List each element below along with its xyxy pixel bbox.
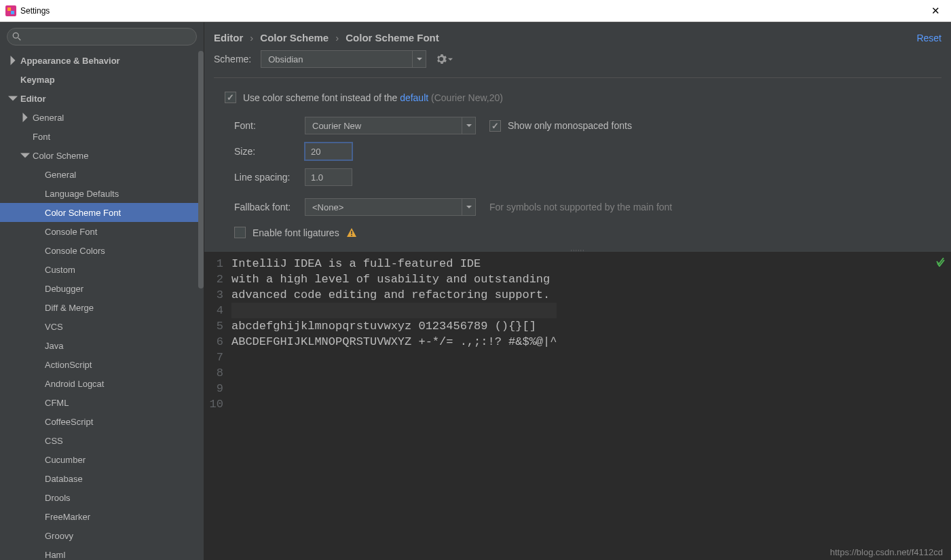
tree-item[interactable]: Drools bbox=[0, 488, 204, 507]
tree-item[interactable]: Diff & Merge bbox=[0, 298, 204, 317]
font-combo[interactable]: Courier New bbox=[305, 117, 476, 134]
chevron-down-icon[interactable] bbox=[462, 117, 475, 134]
scheme-combo[interactable]: Obsidian bbox=[261, 50, 426, 68]
tree-item-label: Keymap bbox=[20, 75, 55, 85]
tree-item[interactable]: Font bbox=[0, 127, 204, 146]
tree-item[interactable]: Custom bbox=[0, 260, 204, 279]
scheme-label: Scheme: bbox=[214, 54, 251, 64]
tree-item-label: Editor bbox=[20, 94, 46, 104]
chevron-down-icon[interactable] bbox=[412, 51, 426, 67]
breadcrumb-color-scheme[interactable]: Color Scheme bbox=[260, 32, 329, 43]
tree-item[interactable]: General bbox=[0, 108, 204, 127]
monospaced-label: Show only monospaced fonts bbox=[508, 120, 632, 131]
tree-item[interactable]: CoffeeScript bbox=[0, 412, 204, 431]
size-label: Size: bbox=[225, 146, 305, 157]
sidebar: Appearance & BehaviorKeymapEditorGeneral… bbox=[0, 22, 204, 560]
font-label: Font: bbox=[225, 120, 305, 131]
svg-rect-1 bbox=[7, 7, 11, 11]
reset-link[interactable]: Reset bbox=[916, 33, 941, 43]
chevron-right-icon bbox=[20, 113, 30, 122]
scheme-gear-button[interactable] bbox=[436, 54, 453, 64]
use-scheme-font-checkbox[interactable] bbox=[225, 92, 236, 103]
tree-item[interactable]: ActionScript bbox=[0, 355, 204, 374]
tree-item[interactable]: FreeMarker bbox=[0, 507, 204, 526]
tree-item-label: Font bbox=[33, 132, 50, 142]
code-line: with a high level of usability and outst… bbox=[231, 272, 557, 287]
inspection-icon[interactable] bbox=[935, 256, 946, 267]
window-title: Settings bbox=[20, 6, 50, 16]
code-line: advanced code editing and refactoring su… bbox=[231, 287, 557, 303]
code-line bbox=[231, 303, 557, 318]
monospaced-checkbox[interactable] bbox=[489, 120, 501, 132]
tree-item[interactable]: Java bbox=[0, 336, 204, 355]
tree-item-label: Custom bbox=[45, 265, 75, 275]
tree-item[interactable]: Console Font bbox=[0, 222, 204, 241]
code-line bbox=[231, 396, 557, 412]
breadcrumb-editor[interactable]: Editor bbox=[214, 32, 243, 43]
splitter-handle[interactable]: ,,,,,, bbox=[204, 245, 951, 252]
breadcrumb-current: Color Scheme Font bbox=[346, 32, 439, 43]
chevron-down-icon bbox=[448, 57, 453, 62]
chevron-down-icon[interactable] bbox=[462, 199, 475, 215]
tree-item[interactable]: Debugger bbox=[0, 279, 204, 298]
tree-item-label: Language Defaults bbox=[45, 189, 119, 199]
svg-line-4 bbox=[18, 38, 21, 41]
settings-tree[interactable]: Appearance & BehaviorKeymapEditorGeneral… bbox=[0, 50, 204, 560]
close-button[interactable]: ✕ bbox=[926, 2, 946, 20]
line-number: 2 bbox=[204, 272, 223, 287]
app-icon bbox=[5, 5, 16, 16]
tree-item[interactable]: Haml bbox=[0, 545, 204, 560]
tree-item[interactable]: CSS bbox=[0, 431, 204, 450]
tree-item-label: General bbox=[33, 113, 64, 123]
breadcrumb-sep: › bbox=[335, 32, 339, 43]
tree-item[interactable]: Groovy bbox=[0, 526, 204, 545]
code-line: ABCDEFGHIJKLMNOPQRSTUVWXYZ +-*/= .,;:!? … bbox=[231, 334, 557, 350]
svg-point-3 bbox=[13, 33, 18, 38]
line-spacing-label: Line spacing: bbox=[225, 172, 305, 183]
tree-item-label: CoffeeScript bbox=[45, 417, 93, 427]
warning-icon bbox=[346, 227, 357, 238]
line-spacing-input[interactable] bbox=[305, 168, 352, 186]
tree-item[interactable]: General bbox=[0, 165, 204, 184]
code-area: IntelliJ IDEA is a full-featured IDEwith… bbox=[229, 252, 557, 560]
tree-item-label: Console Font bbox=[45, 227, 97, 237]
tree-item-label: Cucumber bbox=[45, 455, 86, 465]
tree-item[interactable]: Console Colors bbox=[0, 241, 204, 260]
tree-item[interactable]: Cucumber bbox=[0, 450, 204, 469]
search-icon bbox=[12, 32, 22, 41]
tree-item[interactable]: Editor bbox=[0, 89, 204, 108]
tree-item[interactable]: Language Defaults bbox=[0, 184, 204, 203]
default-link[interactable]: default bbox=[400, 92, 428, 103]
tree-item[interactable]: Appearance & Behavior bbox=[0, 51, 204, 70]
tree-item[interactable]: Database bbox=[0, 469, 204, 488]
tree-item-label: Database bbox=[45, 474, 83, 484]
tree-item-label: General bbox=[45, 170, 76, 180]
tree-item[interactable]: VCS bbox=[0, 317, 204, 336]
tree-item-label: Java bbox=[45, 341, 63, 351]
tree-item-label: CSS bbox=[45, 436, 63, 446]
tree-item[interactable]: Keymap bbox=[0, 70, 204, 89]
tree-item[interactable]: Android Logcat bbox=[0, 374, 204, 393]
search-input[interactable] bbox=[7, 28, 197, 45]
tree-item-label: Color Scheme Font bbox=[45, 208, 121, 218]
tree-item[interactable]: CFML bbox=[0, 393, 204, 412]
line-number: 7 bbox=[204, 350, 223, 365]
tree-item[interactable]: Color Scheme Font bbox=[0, 203, 204, 222]
tree-item-label: Diff & Merge bbox=[45, 303, 94, 313]
tree-item[interactable]: Color Scheme bbox=[0, 146, 204, 165]
main-panel: Editor › Color Scheme › Color Scheme Fon… bbox=[204, 22, 951, 560]
code-line: IntelliJ IDEA is a full-featured IDE bbox=[231, 256, 557, 272]
font-preview: 12345678910 IntelliJ IDEA is a full-feat… bbox=[204, 252, 951, 560]
font-value: Courier New bbox=[305, 121, 368, 131]
ligatures-checkbox[interactable] bbox=[234, 227, 246, 238]
use-scheme-font-label: Use color scheme font instead of the def… bbox=[243, 92, 503, 103]
fallback-combo[interactable]: <None> bbox=[305, 198, 476, 216]
tree-item-label: Groovy bbox=[45, 531, 73, 541]
scrollbar-thumb[interactable] bbox=[198, 51, 204, 288]
watermark: https://blog.csdn.net/f4112cd bbox=[830, 547, 943, 557]
breadcrumb-row: Editor › Color Scheme › Color Scheme Fon… bbox=[204, 22, 951, 50]
size-input[interactable] bbox=[305, 143, 352, 160]
svg-rect-5 bbox=[351, 231, 352, 234]
tree-item-label: FreeMarker bbox=[45, 512, 90, 522]
chevron-down-icon bbox=[8, 94, 18, 103]
